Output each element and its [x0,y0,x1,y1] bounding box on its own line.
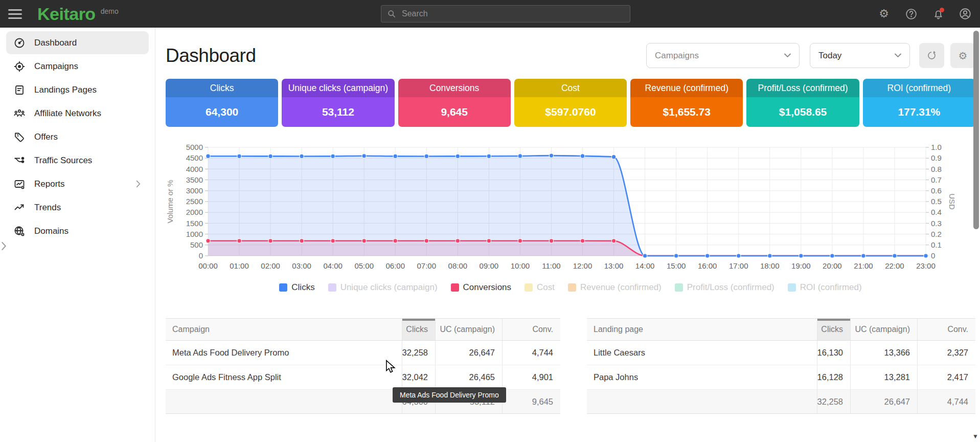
column-header-landing-page[interactable]: Landing page [587,319,817,340]
help-icon[interactable] [904,7,918,20]
entity-filter-select[interactable]: Campaigns [646,43,800,68]
svg-text:14:00: 14:00 [635,261,655,270]
column-header-clicks[interactable]: Clicks [402,319,435,340]
metric-card-value: $1,655.73 [630,97,743,127]
sidebar-item-label: Campaigns [34,61,78,72]
legend-item-conversions[interactable]: Conversions [451,282,512,293]
metric-card-value: $1,058.65 [746,97,859,127]
sidebar-item-label: Domains [34,226,69,236]
metric-card-profit-loss-confirmed[interactable]: Profit/Loss (confirmed)$1,058.65 [746,79,859,127]
dashboard-settings-button[interactable]: ⚙ [950,43,975,68]
svg-text:12:00: 12:00 [573,261,592,270]
chevron-right-icon [136,180,141,188]
date-range-value: Today [818,51,841,61]
account-icon[interactable] [959,7,972,20]
traffic-sources-icon [13,154,26,167]
chart-canvas: 5000450040003500300025002000150010005000… [166,138,968,275]
metric-card-roi-confirmed[interactable]: ROI (confirmed)177.31% [863,79,975,127]
table-row: Papa Johns16,12813,2812,417 [587,365,975,390]
entity-filter-value: Campaigns [655,51,699,61]
column-header-campaign[interactable]: Campaign [166,319,402,340]
row-name[interactable]: Little Caesars [587,341,817,365]
date-range-select[interactable]: Today [810,43,910,68]
cell-uc: 13,366 [850,341,917,365]
sidebar-item-reports[interactable]: Reports [6,172,149,195]
chevron-down-icon [784,53,791,58]
legend-label: Cost [537,282,555,293]
sidebar-item-offers[interactable]: $Offers [6,125,149,148]
demo-badge: demo [101,7,119,15]
dashboard-icon [13,37,26,49]
metric-card-label: Clicks [166,79,278,97]
refresh-button[interactable] [919,43,944,68]
chart-legend: ClicksUnique clicks (campaign)Conversion… [166,282,975,293]
svg-text:19:00: 19:00 [791,261,811,270]
svg-text:20:00: 20:00 [823,261,842,270]
settings-icon[interactable]: ⚙ [877,7,891,20]
metric-card-value: 177.31% [863,97,975,127]
scrollbar-thumb[interactable] [973,31,979,229]
svg-text:0.2: 0.2 [931,230,942,238]
svg-text:01:00: 01:00 [230,261,249,270]
metric-card-conversions[interactable]: Conversions9,645 [398,79,511,127]
notifications-icon[interactable] [931,7,945,20]
sidebar-item-traffic-sources[interactable]: Traffic Sources [6,149,149,172]
legend-swatch [328,283,336,292]
legend-item-cost[interactable]: Cost [525,282,555,293]
svg-text:5000: 5000 [186,143,203,151]
svg-text:0.3: 0.3 [931,219,942,228]
metric-card-cost[interactable]: Cost$597.0760 [514,79,627,127]
legend-label: Revenue (confirmed) [580,282,662,293]
scrollbar-down-arrow[interactable]: ▼ [972,433,978,440]
svg-text:22:00: 22:00 [885,261,904,270]
sidebar: DashboardCampaignsLandings PagesAffiliat… [0,28,155,442]
column-header-uc-campaign[interactable]: UC (campaign) [435,319,502,340]
sidebar-item-label: Landings Pages [34,85,97,95]
search-input[interactable] [402,9,625,18]
table-row: Google Ads Fitness App Split32,04226,465… [166,365,560,390]
sidebar-item-trends[interactable]: Trends [6,196,149,219]
svg-text:13:00: 13:00 [604,261,624,270]
metric-card-revenue-confirmed[interactable]: Revenue (confirmed)$1,655.73 [630,79,743,127]
column-header-conv[interactable]: Conv. [917,319,975,340]
metric-card-value: 53,112 [282,97,394,127]
legend-item-unique-clicks-campaign[interactable]: Unique clicks (campaign) [328,282,438,293]
sidebar-item-label: Offers [34,132,58,142]
sidebar-item-campaigns[interactable]: Campaigns [6,55,149,78]
total-clicks: 32,258 [817,390,850,413]
svg-text:07:00: 07:00 [417,261,437,270]
hamburger-menu-icon[interactable] [8,9,22,19]
legend-item-revenue-confirmed[interactable]: Revenue (confirmed) [568,282,662,293]
legend-swatch [525,283,533,292]
svg-text:1.0: 1.0 [931,143,942,151]
column-header-clicks[interactable]: Clicks [817,319,850,340]
legend-item-clicks[interactable]: Clicks [279,282,314,293]
sidebar-item-label: Trends [34,203,61,213]
keitaro-logo[interactable]: Keitaro [37,4,96,24]
svg-text:02:00: 02:00 [261,261,280,270]
metric-card-unique-clicks-campaign[interactable]: Unique clicks (campaign)53,112 [282,79,394,127]
metric-card-label: Unique clicks (campaign) [282,79,394,97]
sidebar-expand-chevron[interactable] [1,241,7,253]
sidebar-item-landings-pages[interactable]: Landings Pages [6,78,149,101]
table-row: Meta Ads Food Delivery Promo32,25826,647… [166,341,560,365]
legend-item-roi-confirmed[interactable]: ROI (confirmed) [788,282,862,293]
global-search[interactable] [381,5,630,23]
sidebar-item-domains[interactable]: Domains [6,219,149,242]
sidebar-item-affiliate-networks[interactable]: Affiliate Networks [6,102,149,125]
row-name[interactable]: Meta Ads Food Delivery Promo [166,341,402,365]
column-header-conv[interactable]: Conv. [502,319,560,340]
row-name[interactable]: Papa Johns [587,365,817,389]
metric-card-value: $597.0760 [514,97,627,127]
metric-card-clicks[interactable]: Clicks64,300 [166,79,278,127]
sidebar-item-label: Affiliate Networks [34,108,101,119]
row-name[interactable]: Google Ads Fitness App Split [166,365,402,389]
cell-conv: 4,901 [502,365,560,389]
svg-text:500: 500 [190,240,203,249]
column-header-uc-campaign[interactable]: UC (campaign) [850,319,917,340]
row-hover-tooltip: Meta Ads Food Delivery Promo [393,387,506,403]
svg-text:0.5: 0.5 [931,197,942,206]
cell-conv: 2,417 [917,365,975,389]
legend-item-profit-loss-confirmed[interactable]: Profit/Loss (confirmed) [675,282,774,293]
sidebar-item-dashboard[interactable]: Dashboard [6,31,149,54]
